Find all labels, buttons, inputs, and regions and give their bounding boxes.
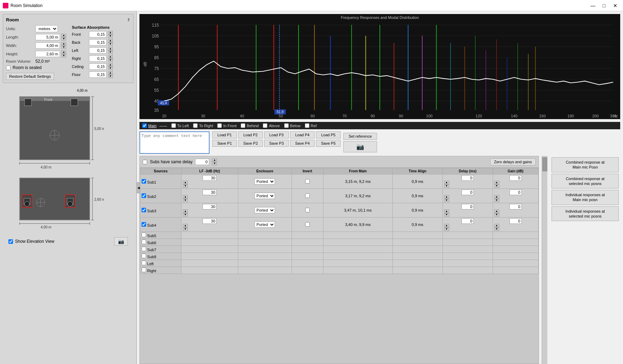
back-up[interactable]: ▲ xyxy=(108,39,113,42)
left-input[interactable] xyxy=(89,47,107,54)
gain-down[interactable]: ▼ xyxy=(494,227,499,231)
delay-down[interactable]: ▼ xyxy=(444,184,449,188)
lf-up[interactable]: ▲ xyxy=(183,195,188,199)
lf-input-0[interactable] xyxy=(203,175,217,181)
to-left-checkbox[interactable] xyxy=(171,123,176,128)
frequency-chart[interactable]: 115 105 95 85 75 65 55 45 35 dB Hz 20 3 xyxy=(139,14,620,119)
delay-down[interactable]: ▼ xyxy=(444,213,449,217)
ceiling-down[interactable]: ▼ xyxy=(108,67,113,70)
save-p2-button[interactable]: Save P2 xyxy=(238,140,263,147)
left-panel-collapse[interactable]: ◀ xyxy=(136,182,141,193)
width-input[interactable] xyxy=(35,42,60,49)
ceiling-up[interactable]: ▲ xyxy=(108,63,113,67)
floor-input[interactable] xyxy=(89,71,107,78)
length-input[interactable] xyxy=(35,34,60,40)
combined-response-selected-button[interactable]: Combined response atselected mic posns xyxy=(552,174,619,189)
front-input[interactable] xyxy=(89,31,107,37)
same-delay-input[interactable] xyxy=(195,159,209,165)
width-down[interactable]: ▼ xyxy=(61,46,66,49)
gain-up[interactable]: ▲ xyxy=(494,181,499,184)
maximize-button[interactable]: □ xyxy=(599,2,609,9)
invert-checkbox-3[interactable] xyxy=(305,222,310,227)
source-checkbox-sub7[interactable] xyxy=(142,247,146,251)
load-p1-button[interactable]: Load P1 xyxy=(212,131,237,138)
height-down[interactable]: ▼ xyxy=(61,54,66,57)
lf-down[interactable]: ▼ xyxy=(183,199,188,202)
source-checkbox-right[interactable] xyxy=(142,268,146,272)
set-reference-button[interactable]: Set reference xyxy=(343,133,377,140)
gain-input-2[interactable] xyxy=(509,204,522,210)
height-input[interactable] xyxy=(35,51,60,57)
restore-defaults-button[interactable]: Restore Default Settings xyxy=(6,73,54,80)
snapshot-button-right[interactable]: 📷 xyxy=(343,141,377,152)
length-up[interactable]: ▲ xyxy=(61,34,66,37)
individual-response-main-button[interactable]: Individual responses atMain mic posn xyxy=(552,190,619,205)
scroll-thumb[interactable] xyxy=(542,157,547,171)
lf-down[interactable]: ▼ xyxy=(183,213,188,217)
sub-table-scroll[interactable]: Sources LF -3dB (Hz) Enclosure Invert Fr… xyxy=(140,168,539,364)
load-p5-button[interactable]: Load P5 xyxy=(316,131,341,138)
height-up[interactable]: ▲ xyxy=(61,50,66,54)
delay-input-0[interactable] xyxy=(461,175,474,181)
below-checkbox[interactable] xyxy=(284,123,289,128)
width-up[interactable]: ▲ xyxy=(61,42,66,46)
zero-delays-button[interactable]: Zero delays and gains xyxy=(490,158,536,165)
ref-checkbox[interactable] xyxy=(305,123,309,128)
floor-up[interactable]: ▲ xyxy=(108,71,113,75)
room-collapse-button[interactable]: ⇑ xyxy=(127,18,130,22)
delay-up[interactable]: ▲ xyxy=(444,181,449,184)
invert-checkbox-0[interactable] xyxy=(305,179,310,184)
lf-up[interactable]: ▲ xyxy=(183,181,188,184)
front-up[interactable]: ▲ xyxy=(108,31,113,34)
ceiling-input[interactable] xyxy=(89,63,107,70)
delay-down[interactable]: ▼ xyxy=(444,199,449,202)
delay-input-3[interactable] xyxy=(461,218,474,224)
save-p4-button[interactable]: Save P4 xyxy=(290,140,315,147)
right-up[interactable]: ▲ xyxy=(108,55,113,59)
delay-down[interactable]: ▼ xyxy=(444,227,449,231)
combined-response-main-button[interactable]: Combined response atMain mic Posn xyxy=(552,157,619,172)
save-p1-button[interactable]: Save P1 xyxy=(212,140,237,147)
same-delay-down[interactable]: ▼ xyxy=(212,162,217,165)
behind-checkbox[interactable] xyxy=(241,123,245,128)
right-down[interactable]: ▼ xyxy=(108,59,113,62)
close-button[interactable]: ✕ xyxy=(610,2,620,9)
gain-input-1[interactable] xyxy=(509,190,522,195)
units-select[interactable]: metres feet xyxy=(35,25,58,32)
gain-up[interactable]: ▲ xyxy=(494,195,499,199)
gain-up[interactable]: ▲ xyxy=(494,210,499,213)
length-down[interactable]: ▼ xyxy=(61,37,66,41)
source-checkbox-sub2[interactable] xyxy=(142,193,146,198)
gain-input-0[interactable] xyxy=(509,175,522,181)
front-down[interactable]: ▼ xyxy=(108,34,113,38)
main-checkbox[interactable] xyxy=(142,123,147,128)
left-up[interactable]: ▲ xyxy=(108,47,113,50)
subs-same-delay-checkbox[interactable] xyxy=(143,160,147,164)
lf-down[interactable]: ▼ xyxy=(183,184,188,188)
back-input[interactable] xyxy=(89,39,107,46)
source-checkbox-left[interactable] xyxy=(142,261,146,265)
lf-input-2[interactable] xyxy=(203,204,217,210)
room-sealed-checkbox[interactable] xyxy=(6,66,11,70)
individual-response-selected-button[interactable]: Individual responses atselected mic posn… xyxy=(552,206,619,221)
source-checkbox-sub3[interactable] xyxy=(142,208,146,212)
invert-checkbox-1[interactable] xyxy=(305,193,310,198)
snapshot-button-left[interactable]: 📷 xyxy=(114,237,128,246)
gain-up[interactable]: ▲ xyxy=(494,224,499,227)
show-elevation-checkbox[interactable] xyxy=(8,239,13,244)
above-checkbox[interactable] xyxy=(263,123,267,128)
enclosure-select-3[interactable]: PortedSealed xyxy=(254,221,275,228)
load-p2-button[interactable]: Load P2 xyxy=(238,131,263,138)
in-front-checkbox[interactable] xyxy=(217,123,222,128)
gain-down[interactable]: ▼ xyxy=(494,199,499,202)
source-checkbox-sub1[interactable] xyxy=(142,179,146,184)
lf-up[interactable]: ▲ xyxy=(183,224,188,227)
lf-up[interactable]: ▲ xyxy=(183,210,188,213)
source-checkbox-sub8[interactable] xyxy=(142,254,146,258)
lf-input-1[interactable] xyxy=(203,190,217,195)
source-checkbox-sub6[interactable] xyxy=(142,240,146,244)
comment-textarea[interactable] xyxy=(139,131,210,154)
lf-down[interactable]: ▼ xyxy=(183,227,188,231)
enclosure-select-2[interactable]: PortedSealed xyxy=(254,207,275,213)
floor-down[interactable]: ▼ xyxy=(108,75,113,78)
